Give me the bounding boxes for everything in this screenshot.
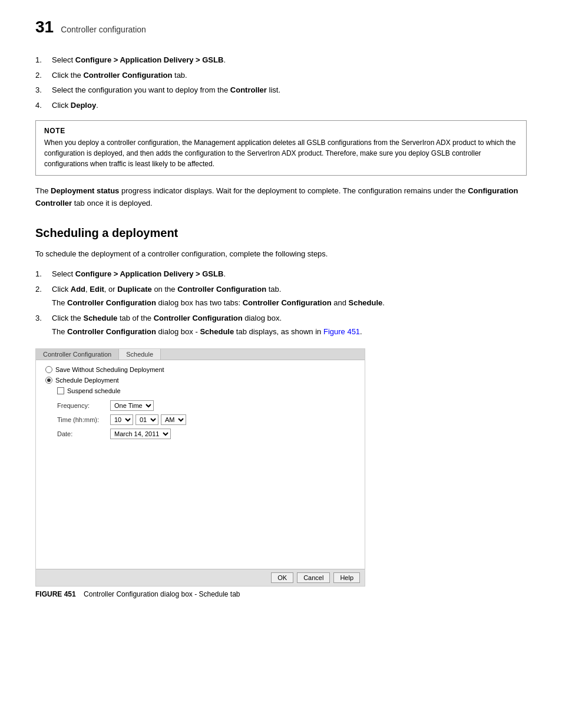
schedule-tab[interactable]: Schedule (119, 349, 161, 360)
step-num-3: 3. (35, 84, 46, 96)
step-num-4: 4. (35, 100, 46, 111)
step-4: 4. Click Deploy. (35, 100, 527, 111)
radio-save-circle[interactable] (45, 366, 52, 373)
cc-dialog-bold2: Controller Configuration (154, 314, 243, 322)
step-text-4: Click Deploy. (52, 100, 527, 111)
sched-step-text-1: Select Configure > Application Delivery … (52, 268, 527, 280)
deploy-paragraph: The Deployment status progress indicator… (35, 185, 527, 210)
step-text-3: Select the configuration you want to dep… (52, 84, 527, 96)
dialog-empty-space (45, 443, 355, 561)
chapter-title: Controller configuration (61, 25, 146, 34)
duplicate-bold: Duplicate (117, 285, 152, 294)
radio-schedule-label: Schedule Deployment (55, 377, 119, 384)
time-label: Time (hh:mm): (57, 416, 110, 423)
chapter-header: 31 Controller configuration (35, 18, 527, 37)
help-button[interactable]: Help (333, 572, 360, 583)
sched-step3-sub: The Controller Configuration dialog box … (52, 326, 527, 338)
sched-step1-bold: Configure > Application Delivery > GSLB (75, 269, 224, 278)
time-row: Time (hh:mm): 10 01 AM PM (45, 414, 355, 425)
step-2-bold: Controller Configuration (83, 71, 172, 80)
step-text-2: Click the Controller Configuration tab. (52, 70, 527, 81)
note-box: NOTE When you deploy a controller config… (35, 120, 527, 176)
date-label: Date: (57, 430, 110, 437)
frequency-control: One Time (110, 400, 154, 411)
suspend-label: Suspend schedule (67, 387, 121, 394)
suspend-checkbox[interactable] (57, 387, 64, 394)
step-2: 2. Click the Controller Configuration ta… (35, 70, 527, 81)
chapter-number: 31 (35, 18, 54, 37)
figure-caption-text: Controller Configuration dialog box - Sc… (84, 590, 240, 598)
sched-step-num-3: 3. (35, 312, 46, 338)
step-3-bold: Controller (230, 85, 267, 94)
schedule-tab-bold2: Schedule (200, 327, 234, 336)
schedule-tab-bold: Schedule (349, 298, 383, 307)
schedule-steps: 1. Select Configure > Application Delive… (35, 268, 527, 338)
frequency-label: Frequency: (57, 402, 110, 409)
sched-step-num-1: 1. (35, 268, 46, 280)
time-control: 10 01 AM PM (110, 414, 186, 425)
cc-dialog-bold: Controller Configuration (67, 298, 156, 307)
add-bold: Add (71, 285, 85, 294)
figure-dialog: Controller Configuration Schedule Save W… (35, 348, 365, 587)
cc-tab2-bold: Controller Configuration (243, 298, 332, 307)
deploy-steps: 1. Select Configure > Application Delive… (35, 54, 527, 111)
step-1: 1. Select Configure > Application Delive… (35, 54, 527, 66)
note-text: When you deploy a controller configurati… (44, 137, 518, 169)
controller-config-tab[interactable]: Controller Configuration (36, 349, 119, 360)
minute-select[interactable]: 01 (135, 414, 158, 425)
step-num-2: 2. (35, 70, 46, 81)
figure-footer: OK Cancel Help (36, 569, 365, 586)
figure-451-link[interactable]: Figure 451 (323, 327, 360, 336)
schedule-bold: Schedule (83, 314, 117, 322)
step-text-1: Select Configure > Application Delivery … (52, 54, 527, 66)
deployment-status-bold: Deployment status (51, 186, 119, 195)
sched-step-3: 3. Click the Schedule tab of the Control… (35, 312, 527, 338)
frequency-row: Frequency: One Time (45, 400, 355, 411)
ampm-select[interactable]: AM PM (161, 414, 186, 425)
sched-step2-sub: The Controller Configuration dialog box … (52, 297, 527, 309)
cancel-button[interactable]: Cancel (297, 572, 330, 583)
date-control: March 14, 2011 (110, 429, 171, 439)
sched-step-text-3: Click the Schedule tab of the Controller… (52, 312, 527, 338)
step-num-1: 1. (35, 54, 46, 66)
sched-step-num-2: 2. (35, 284, 46, 309)
radio-schedule[interactable]: Schedule Deployment (45, 377, 355, 384)
edit-bold: Edit (90, 285, 104, 294)
date-row: Date: March 14, 2011 (45, 429, 355, 439)
step-4-bold: Deploy (71, 101, 96, 110)
intro-paragraph: To schedule the deployment of a controll… (35, 248, 527, 261)
note-title: NOTE (44, 127, 518, 135)
step-3: 3. Select the configuration you want to … (35, 84, 527, 96)
ok-button[interactable]: OK (271, 572, 293, 583)
figure-tabs: Controller Configuration Schedule (36, 349, 365, 360)
figure-caption: FIGURE 451 Controller Configuration dial… (35, 590, 527, 598)
section-heading: Scheduling a deployment (35, 226, 527, 240)
cc-tab-bold: Controller Configuration (177, 285, 266, 294)
date-select[interactable]: March 14, 2011 (110, 429, 171, 439)
radio-schedule-circle[interactable] (45, 377, 52, 384)
radio-save[interactable]: Save Without Scheduling Deployment (45, 366, 355, 373)
sched-step-2: 2. Click Add, Edit, or Duplicate on the … (35, 284, 527, 309)
figure-caption-label: FIGURE 451 (35, 590, 76, 598)
cc-dialog-bold3: Controller Configuration (67, 327, 156, 336)
frequency-select[interactable]: One Time (110, 400, 154, 411)
step-1-bold: Configure > Application Delivery > GSLB (75, 55, 224, 64)
hour-select[interactable]: 10 (110, 414, 133, 425)
radio-save-label: Save Without Scheduling Deployment (55, 366, 164, 373)
checkbox-suspend[interactable]: Suspend schedule (45, 387, 355, 394)
sched-step-1: 1. Select Configure > Application Delive… (35, 268, 527, 280)
figure-body: Save Without Scheduling Deployment Sched… (36, 360, 365, 569)
sched-step-text-2: Click Add, Edit, or Duplicate on the Con… (52, 284, 527, 309)
